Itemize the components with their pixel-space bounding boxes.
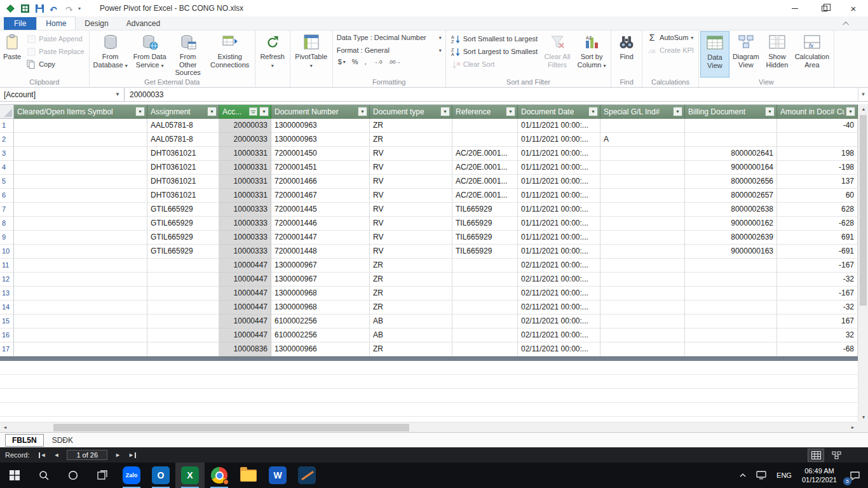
grid-cell[interactable]: 7200001447 — [271, 231, 370, 245]
grid-cell[interactable]: ZR — [370, 287, 452, 301]
row-number[interactable]: 16 — [0, 329, 14, 342]
grid-cell[interactable]: 1300000966 — [271, 342, 370, 356]
sort-by-column-button[interactable]: AZ Sort by Column ▾ — [574, 31, 609, 78]
language-indicator[interactable]: ENG — [771, 463, 797, 488]
task-view-button[interactable] — [88, 463, 117, 488]
grid-cell[interactable]: TIL665929 — [452, 245, 518, 259]
column-header[interactable]: Special G/L Ind#▼ — [600, 105, 685, 119]
grid-cell[interactable]: 01/11/2021 00:00:... — [518, 189, 600, 203]
grid-cell[interactable]: 1300000963 — [271, 119, 370, 133]
grid-cell[interactable]: AC/20E.0001... — [452, 189, 518, 203]
taskbar-chrome[interactable] — [205, 463, 234, 488]
minimize-button[interactable] — [780, 0, 810, 17]
grid-cell[interactable] — [600, 273, 685, 287]
grid-cell[interactable]: 6100002256 — [271, 329, 370, 342]
grid-cell[interactable] — [14, 245, 147, 259]
grid-cell[interactable]: GTIL665929 — [147, 217, 219, 231]
grid-cell[interactable]: ZR — [370, 273, 452, 287]
grid-cell[interactable] — [777, 133, 858, 147]
paste-replace-button[interactable]: Paste Replace — [23, 45, 88, 58]
row-number[interactable]: 1 — [0, 119, 14, 133]
grid-cell[interactable] — [14, 287, 147, 301]
copy-button[interactable]: Copy — [23, 58, 88, 71]
row-number[interactable]: 10 — [0, 245, 14, 259]
existing-connections-button[interactable]: Existing Connections — [207, 31, 254, 78]
tab-advanced[interactable]: Advanced — [118, 17, 169, 30]
qat-customize-icon[interactable]: ▾ — [78, 6, 81, 11]
grid-cell[interactable]: 10000331 — [219, 189, 271, 203]
grid-cell[interactable]: -167 — [777, 259, 858, 273]
taskbar-pen-app[interactable] — [292, 463, 322, 488]
grid-cell[interactable]: 01/11/2021 00:00:... — [518, 147, 600, 161]
create-kpi-button[interactable]: Create KPI — [644, 44, 697, 57]
redo-icon[interactable] — [64, 3, 74, 13]
filter-dropdown[interactable]: ▼ — [588, 107, 598, 116]
column-header[interactable]: Document Number▼ — [271, 105, 370, 119]
grid-cell[interactable]: 8000002657 — [685, 189, 777, 203]
grid-cell[interactable]: 8000002641 — [685, 147, 777, 161]
grid-cell[interactable]: 02/11/2021 00:00:... — [518, 342, 600, 356]
grid-cell[interactable] — [600, 161, 685, 175]
grid-cell[interactable]: 01/11/2021 00:00:... — [518, 133, 600, 147]
row-number[interactable]: 3 — [0, 147, 14, 161]
column-header[interactable]: Document Date▼ — [518, 105, 600, 119]
thousands-separator-button[interactable]: , — [365, 58, 367, 65]
grid-cell[interactable]: 10000333 — [219, 217, 271, 231]
grid-cell[interactable] — [600, 147, 685, 161]
grid-cell[interactable]: RV — [370, 175, 452, 189]
grid-cell[interactable]: -68 — [777, 342, 858, 356]
grid-cell[interactable]: A — [600, 133, 685, 147]
grid-cell[interactable] — [14, 329, 147, 342]
taskbar-file-explorer[interactable] — [234, 463, 263, 488]
grid-cell[interactable] — [600, 245, 685, 259]
data-view-switch-button[interactable] — [808, 449, 824, 461]
row-number[interactable]: 2 — [0, 133, 14, 147]
row-number[interactable]: 15 — [0, 315, 14, 329]
row-number[interactable]: 4 — [0, 161, 14, 175]
calculation-area-button[interactable]: fx Calculation Area — [792, 31, 832, 78]
grid-cell[interactable] — [685, 119, 777, 133]
row-number[interactable]: 7 — [0, 203, 14, 217]
grid-cell[interactable] — [452, 315, 518, 329]
grid-cell[interactable]: 198 — [777, 147, 858, 161]
grid-cell[interactable]: 1300000967 — [271, 259, 370, 273]
grid-cell[interactable]: AAL05781-8 — [147, 133, 219, 147]
grid-cell[interactable]: RV — [370, 189, 452, 203]
filter-dropdown[interactable]: ▼ — [846, 107, 855, 116]
grid-cell[interactable]: 02/11/2021 00:00:... — [518, 329, 600, 342]
filter-dropdown[interactable]: ▼ — [207, 107, 217, 116]
grid-cell[interactable]: 7200001448 — [271, 245, 370, 259]
grid-cell[interactable] — [14, 315, 147, 329]
grid-cell[interactable]: 02/11/2021 00:00:... — [518, 315, 600, 329]
taskbar-excel[interactable]: X — [175, 463, 205, 488]
collapse-ribbon-button[interactable] — [841, 19, 851, 28]
grid-cell[interactable] — [452, 342, 518, 356]
grid-cell[interactable] — [600, 329, 685, 342]
grid-cell[interactable]: 60 — [777, 189, 858, 203]
column-header[interactable]: Cleared/Open Items Symbol▼ — [14, 105, 147, 119]
find-button[interactable]: Find — [613, 31, 641, 78]
grid-cell[interactable]: -198 — [777, 161, 858, 175]
paste-append-button[interactable]: Paste Append — [23, 32, 88, 45]
grid-cell[interactable]: 01/11/2021 00:00:... — [518, 175, 600, 189]
increase-decimal-button[interactable]: →.0 — [373, 59, 383, 65]
vertical-scrollbar-thumb[interactable] — [860, 115, 867, 306]
grid-cell[interactable]: 1300000968 — [271, 287, 370, 301]
grid-cell[interactable]: AB — [370, 315, 452, 329]
grid-cell[interactable]: AB — [370, 329, 452, 342]
grid-cell[interactable] — [600, 315, 685, 329]
grid-cell[interactable]: ZR — [370, 301, 452, 315]
grid-cell[interactable] — [685, 329, 777, 342]
grid-cell[interactable] — [600, 189, 685, 203]
grid-cell[interactable]: RV — [370, 203, 452, 217]
grid-cell[interactable]: 1300000968 — [271, 301, 370, 315]
grid-cell[interactable]: -32 — [777, 273, 858, 287]
grid-cell[interactable]: 10000447 — [219, 315, 271, 329]
grid-cell[interactable]: 7200001466 — [271, 175, 370, 189]
column-header[interactable]: Billing Document▼ — [685, 105, 777, 119]
grid-cell[interactable]: 8000002638 — [685, 203, 777, 217]
grid-cell[interactable]: 02/11/2021 00:00:... — [518, 301, 600, 315]
decrease-decimal-button[interactable]: .00→ — [388, 59, 400, 65]
grid-cell[interactable]: GTIL665929 — [147, 231, 219, 245]
grid-cell[interactable]: 8000002639 — [685, 231, 777, 245]
